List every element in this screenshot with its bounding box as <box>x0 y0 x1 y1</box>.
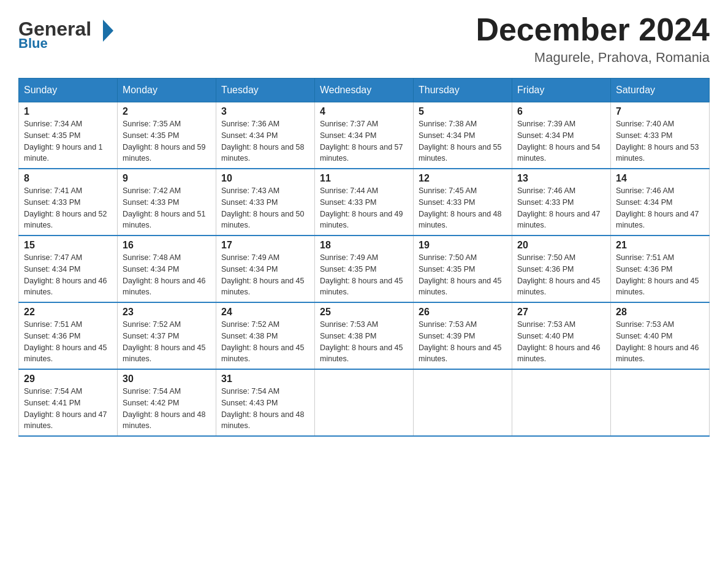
sunset-label: Sunset: 4:36 PM <box>517 265 574 274</box>
sunset-label: Sunset: 4:43 PM <box>221 399 278 407</box>
calendar-cell: 1 Sunrise: 7:34 AM Sunset: 4:35 PM Dayli… <box>19 102 118 169</box>
sunset-label: Sunset: 4:34 PM <box>517 131 574 140</box>
sunset-label: Sunset: 4:34 PM <box>123 265 179 274</box>
day-number: 11 <box>320 173 408 184</box>
day-header-saturday: Saturday <box>611 79 710 102</box>
sunset-label: Sunset: 4:37 PM <box>123 332 179 340</box>
day-info: Sunrise: 7:53 AM Sunset: 4:39 PM Dayligh… <box>419 319 507 365</box>
sunset-label: Sunset: 4:33 PM <box>24 198 80 207</box>
day-info: Sunrise: 7:45 AM Sunset: 4:33 PM Dayligh… <box>419 185 507 231</box>
day-number: 16 <box>123 240 211 251</box>
sunset-label: Sunset: 4:35 PM <box>320 265 376 274</box>
day-number: 6 <box>517 106 605 117</box>
calendar-cell: 13 Sunrise: 7:46 AM Sunset: 4:33 PM Dayl… <box>512 169 611 236</box>
daylight-label: Daylight: 8 hours and 48 minutes. <box>419 210 502 230</box>
svg-marker-1 <box>103 20 113 42</box>
calendar-cell <box>512 369 611 436</box>
day-number: 1 <box>24 106 112 117</box>
daylight-label: Daylight: 8 hours and 45 minutes. <box>419 343 502 364</box>
day-info: Sunrise: 7:43 AM Sunset: 4:33 PM Dayligh… <box>221 185 309 231</box>
day-info: Sunrise: 7:46 AM Sunset: 4:33 PM Dayligh… <box>517 185 605 231</box>
calendar-cell: 6 Sunrise: 7:39 AM Sunset: 4:34 PM Dayli… <box>512 102 611 169</box>
sunrise-label: Sunrise: 7:38 AM <box>419 120 477 128</box>
day-number: 22 <box>24 307 112 318</box>
daylight-label: Daylight: 9 hours and 1 minute. <box>24 143 103 163</box>
daylight-label: Daylight: 8 hours and 47 minutes. <box>616 210 699 230</box>
daylight-label: Daylight: 8 hours and 45 minutes. <box>221 343 305 364</box>
calendar-cell: 3 Sunrise: 7:36 AM Sunset: 4:34 PM Dayli… <box>216 102 315 169</box>
calendar-cell: 20 Sunrise: 7:50 AM Sunset: 4:36 PM Dayl… <box>512 236 611 302</box>
day-number: 31 <box>221 373 309 385</box>
calendar-cell: 11 Sunrise: 7:44 AM Sunset: 4:33 PM Dayl… <box>315 169 414 236</box>
sunset-label: Sunset: 4:34 PM <box>221 131 278 140</box>
sunrise-label: Sunrise: 7:49 AM <box>320 253 378 262</box>
day-number: 9 <box>123 173 211 184</box>
calendar-cell: 19 Sunrise: 7:50 AM Sunset: 4:35 PM Dayl… <box>414 236 512 302</box>
sunrise-label: Sunrise: 7:43 AM <box>221 186 279 195</box>
sunset-label: Sunset: 4:34 PM <box>24 265 80 274</box>
daylight-label: Daylight: 8 hours and 45 minutes. <box>123 343 206 364</box>
calendar-cell: 21 Sunrise: 7:51 AM Sunset: 4:36 PM Dayl… <box>611 236 710 302</box>
day-number: 4 <box>320 106 408 117</box>
day-info: Sunrise: 7:53 AM Sunset: 4:40 PM Dayligh… <box>616 319 704 365</box>
daylight-label: Daylight: 8 hours and 58 minutes. <box>221 143 305 163</box>
sunrise-label: Sunrise: 7:53 AM <box>320 320 378 329</box>
calendar-cell: 14 Sunrise: 7:46 AM Sunset: 4:34 PM Dayl… <box>611 169 710 236</box>
page-header: General Blue December 2024 Magurele, Pra… <box>18 12 710 66</box>
calendar-cell: 8 Sunrise: 7:41 AM Sunset: 4:33 PM Dayli… <box>19 169 118 236</box>
calendar-cell: 4 Sunrise: 7:37 AM Sunset: 4:34 PM Dayli… <box>315 102 414 169</box>
daylight-label: Daylight: 8 hours and 45 minutes. <box>419 277 502 297</box>
calendar-week-row: 8 Sunrise: 7:41 AM Sunset: 4:33 PM Dayli… <box>19 169 710 236</box>
sunset-label: Sunset: 4:38 PM <box>221 332 278 340</box>
sunrise-label: Sunrise: 7:52 AM <box>123 320 181 329</box>
calendar-table: SundayMondayTuesdayWednesdayThursdayFrid… <box>18 78 710 437</box>
daylight-label: Daylight: 8 hours and 50 minutes. <box>221 210 305 230</box>
sunset-label: Sunset: 4:41 PM <box>24 399 80 407</box>
calendar-week-row: 1 Sunrise: 7:34 AM Sunset: 4:35 PM Dayli… <box>19 102 710 169</box>
day-number: 23 <box>123 307 211 318</box>
sunrise-label: Sunrise: 7:51 AM <box>616 253 674 262</box>
daylight-label: Daylight: 8 hours and 53 minutes. <box>616 143 699 163</box>
logo-svg: General Blue <box>18 12 116 49</box>
day-info: Sunrise: 7:53 AM Sunset: 4:38 PM Dayligh… <box>320 319 408 365</box>
sunrise-label: Sunrise: 7:47 AM <box>24 253 82 262</box>
day-info: Sunrise: 7:50 AM Sunset: 4:36 PM Dayligh… <box>517 252 605 298</box>
calendar-cell <box>414 369 512 436</box>
day-header-monday: Monday <box>118 79 216 102</box>
day-number: 25 <box>320 307 408 318</box>
day-info: Sunrise: 7:54 AM Sunset: 4:43 PM Dayligh… <box>221 386 309 432</box>
day-header-wednesday: Wednesday <box>315 79 414 102</box>
day-info: Sunrise: 7:51 AM Sunset: 4:36 PM Dayligh… <box>616 252 704 298</box>
sunrise-label: Sunrise: 7:41 AM <box>24 186 82 195</box>
daylight-label: Daylight: 8 hours and 59 minutes. <box>123 143 206 163</box>
daylight-label: Daylight: 8 hours and 57 minutes. <box>320 143 403 163</box>
day-info: Sunrise: 7:54 AM Sunset: 4:41 PM Dayligh… <box>24 386 112 432</box>
day-info: Sunrise: 7:52 AM Sunset: 4:37 PM Dayligh… <box>123 319 211 365</box>
sunrise-label: Sunrise: 7:53 AM <box>419 320 477 329</box>
calendar-cell: 16 Sunrise: 7:48 AM Sunset: 4:34 PM Dayl… <box>118 236 216 302</box>
daylight-label: Daylight: 8 hours and 48 minutes. <box>221 410 305 431</box>
day-number: 28 <box>616 307 704 318</box>
calendar-cell: 31 Sunrise: 7:54 AM Sunset: 4:43 PM Dayl… <box>216 369 315 436</box>
day-info: Sunrise: 7:54 AM Sunset: 4:42 PM Dayligh… <box>123 386 211 432</box>
sunset-label: Sunset: 4:34 PM <box>616 198 672 207</box>
sunrise-label: Sunrise: 7:46 AM <box>616 186 674 195</box>
day-info: Sunrise: 7:51 AM Sunset: 4:36 PM Dayligh… <box>24 319 112 365</box>
calendar-cell: 28 Sunrise: 7:53 AM Sunset: 4:40 PM Dayl… <box>611 302 710 369</box>
day-info: Sunrise: 7:39 AM Sunset: 4:34 PM Dayligh… <box>517 118 605 164</box>
logo: General Blue <box>18 12 116 49</box>
daylight-label: Daylight: 8 hours and 54 minutes. <box>517 143 601 163</box>
day-number: 15 <box>24 240 112 251</box>
calendar-cell: 7 Sunrise: 7:40 AM Sunset: 4:33 PM Dayli… <box>611 102 710 169</box>
daylight-label: Daylight: 8 hours and 49 minutes. <box>320 210 403 230</box>
sunrise-label: Sunrise: 7:42 AM <box>123 186 181 195</box>
calendar-week-row: 29 Sunrise: 7:54 AM Sunset: 4:41 PM Dayl… <box>19 369 710 436</box>
day-number: 27 <box>517 307 605 318</box>
sunrise-label: Sunrise: 7:34 AM <box>24 120 82 128</box>
sunrise-label: Sunrise: 7:49 AM <box>221 253 279 262</box>
daylight-label: Daylight: 8 hours and 46 minutes. <box>517 343 601 364</box>
day-info: Sunrise: 7:41 AM Sunset: 4:33 PM Dayligh… <box>24 185 112 231</box>
day-info: Sunrise: 7:53 AM Sunset: 4:40 PM Dayligh… <box>517 319 605 365</box>
day-info: Sunrise: 7:52 AM Sunset: 4:38 PM Dayligh… <box>221 319 309 365</box>
day-number: 12 <box>419 173 507 184</box>
